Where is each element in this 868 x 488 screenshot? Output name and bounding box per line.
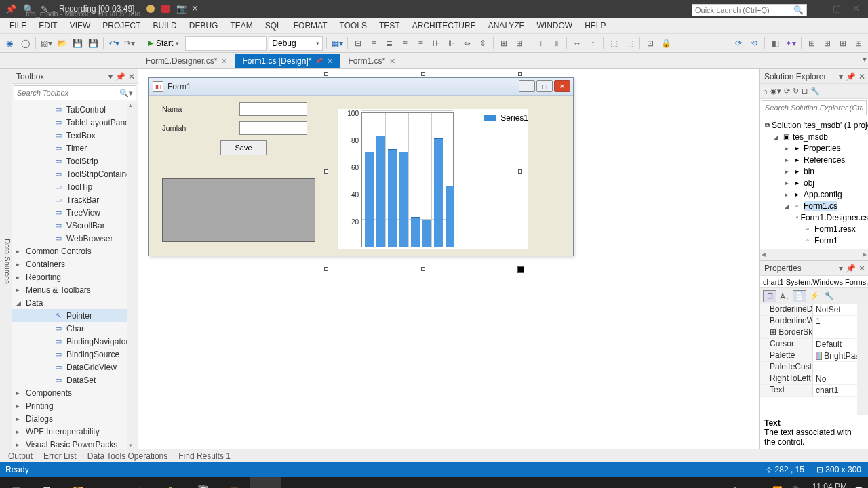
solution-node[interactable]: ◢▣tes_msdb xyxy=(760,131,868,142)
app3-icon[interactable]: 📓 xyxy=(187,477,218,488)
panel-close-icon[interactable]: ✕ xyxy=(859,72,865,81)
solution-search-input[interactable] xyxy=(765,104,863,112)
step-icon[interactable]: ⟳ xyxy=(732,37,745,50)
tab-order-icon[interactable]: ⊡ xyxy=(644,37,657,50)
solution-node[interactable]: ▸▸Properties xyxy=(760,142,868,154)
solution-node[interactable]: ▸▸App.config xyxy=(760,188,868,200)
toolbox-search-input[interactable] xyxy=(17,89,119,97)
nav-back-icon[interactable]: ◉ xyxy=(3,37,16,50)
solution-node[interactable]: ⧉Solution 'tes_msdb' (1 project) xyxy=(760,119,868,131)
save-icon[interactable]: 💾 xyxy=(71,37,84,50)
panel-dropdown-icon[interactable]: ▾ xyxy=(839,264,843,273)
toolbox-item-trackbar[interactable]: ▭TrackBar xyxy=(12,193,138,206)
solution-hscrollbar[interactable]: ◂▸ xyxy=(760,249,868,260)
lock-icon[interactable]: 🔒 xyxy=(659,37,673,50)
toolbox-item-tabcontrol[interactable]: ▭TabControl xyxy=(12,103,138,116)
form-minimize-icon[interactable]: — xyxy=(519,80,535,92)
menu-file[interactable]: FILE xyxy=(4,19,32,33)
window-minimize-icon[interactable]: — xyxy=(808,1,827,15)
sol-refresh-icon[interactable]: ↻ xyxy=(793,87,799,96)
property-row[interactable]: BorderlineDashStyleNotSet xyxy=(760,304,868,316)
align-center-icon[interactable]: ≣ xyxy=(382,37,396,50)
close-tab-icon[interactable]: ✕ xyxy=(221,57,227,66)
align-icon[interactable]: ⊟ xyxy=(351,37,365,50)
toolbox-item-vscrollbar[interactable]: ▭VScrollBar xyxy=(12,219,138,232)
sol-back-icon[interactable]: ◉▾ xyxy=(770,87,781,96)
toolbox-item-tooltip[interactable]: ▭ToolTip xyxy=(12,180,138,193)
solution-node[interactable]: ▫Form1.resx xyxy=(760,223,868,235)
align-bot-icon[interactable]: ⊪ xyxy=(445,37,458,50)
rec-stop-button[interactable] xyxy=(161,5,170,13)
solution-node[interactable]: ▸▸References xyxy=(760,154,868,165)
data-sources-tab[interactable]: Data Sources xyxy=(0,69,12,449)
app2-icon[interactable]: ✎ xyxy=(156,477,187,488)
tab-form1-cs--design--[interactable]: Form1.cs [Design]*📌✕ xyxy=(235,54,340,68)
window-restore-icon[interactable]: ◱ xyxy=(827,1,846,15)
panel-pin-icon[interactable]: 📌 xyxy=(846,264,856,273)
toolbox-item-toolstrip[interactable]: ▭ToolStrip xyxy=(12,155,138,167)
property-row[interactable]: PaletteCustomColors xyxy=(760,362,868,373)
spacing-v-icon[interactable]: ⇕ xyxy=(476,37,490,50)
props-alpha-icon[interactable]: A↓ xyxy=(778,290,791,302)
toolbox-group[interactable]: ▸Reporting xyxy=(12,270,138,283)
menu-help[interactable]: HELP xyxy=(579,19,611,33)
dbg5-icon[interactable]: ⊞ xyxy=(836,37,850,50)
menu-analyze[interactable]: ANALYZE xyxy=(483,19,530,33)
menu-test[interactable]: TEST xyxy=(374,19,406,33)
dbg2-icon[interactable]: ✦▾ xyxy=(784,37,797,50)
props-scrollbar[interactable] xyxy=(857,304,868,415)
bring-front-icon[interactable]: ⬚ xyxy=(607,37,620,50)
props-events-icon[interactable]: ⚡ xyxy=(808,290,821,302)
align-grid-icon[interactable]: ▦▾ xyxy=(330,37,344,50)
pin-icon[interactable]: 📌 xyxy=(315,58,323,64)
property-row[interactable]: PaletteBrightPastel xyxy=(760,350,868,362)
panel-dropdown-icon[interactable]: ▾ xyxy=(108,72,113,81)
bottom-tab-data-tools-operations[interactable]: Data Tools Operations xyxy=(83,450,172,462)
dbg4-icon[interactable]: ⊞ xyxy=(821,37,834,50)
rec-record-button[interactable] xyxy=(146,5,155,13)
step2-icon[interactable]: ⟲ xyxy=(747,37,761,50)
sol-home-icon[interactable]: ⌂ xyxy=(763,87,768,96)
resize-handle[interactable] xyxy=(421,267,425,271)
resize-handle[interactable] xyxy=(324,72,328,76)
center-v-icon[interactable]: ↕ xyxy=(586,37,599,50)
solution-search[interactable] xyxy=(762,100,867,115)
props-categorized-icon[interactable]: ⊞ xyxy=(763,290,776,302)
toolbox-group[interactable]: ▸Containers xyxy=(12,258,138,270)
new-project-icon[interactable]: ▧▾ xyxy=(39,37,53,50)
align-top-icon[interactable]: ≡ xyxy=(414,37,427,50)
toolbox-search[interactable]: 🔍▾ xyxy=(14,85,136,100)
quick-launch-input[interactable] xyxy=(695,6,793,14)
size2-icon[interactable]: ⊞ xyxy=(513,37,526,50)
send-back-icon[interactable]: ⬚ xyxy=(623,37,636,50)
toolbox-item-dataset[interactable]: ▭DataSet xyxy=(12,373,138,386)
xampp-icon[interactable]: ⊠ xyxy=(218,477,250,488)
panel-pin-icon[interactable]: 📌 xyxy=(846,72,856,81)
redo-icon[interactable]: ↷▾ xyxy=(123,37,136,50)
app1-icon[interactable]: ◉ xyxy=(125,477,156,488)
toolbox-group[interactable]: ▸Components xyxy=(12,386,138,399)
form-close-icon[interactable]: ✕ xyxy=(554,80,570,92)
close-tab-icon[interactable]: ✕ xyxy=(327,57,333,66)
menu-tools[interactable]: TOOLS xyxy=(334,19,372,33)
menu-window[interactable]: WINDOW xyxy=(532,19,578,33)
tabs-dropdown-icon[interactable]: ▾ xyxy=(863,54,867,64)
panel-pin-icon[interactable]: 📌 xyxy=(115,72,125,81)
media-icon[interactable]: ▶ xyxy=(94,477,125,488)
panel-dropdown-icon[interactable]: ▾ xyxy=(839,72,843,81)
resize-handle[interactable] xyxy=(421,72,425,76)
toolbox-item-chart[interactable]: ▭Chart xyxy=(12,322,138,335)
menu-team[interactable]: TEAM xyxy=(224,19,258,33)
resize-handle[interactable] xyxy=(324,267,328,271)
toolbox-item-bindingsource[interactable]: ▭BindingSource xyxy=(12,348,138,361)
menu-project[interactable]: PROJECT xyxy=(97,19,146,33)
undo-icon[interactable]: ↶▾ xyxy=(107,37,121,50)
quick-launch[interactable]: 🔍 xyxy=(692,4,807,16)
menu-build[interactable]: BUILD xyxy=(147,19,182,33)
resize-handle[interactable] xyxy=(518,72,522,76)
tab-form1-designer-cs-[interactable]: Form1.Designer.cs*✕ xyxy=(138,54,235,68)
config-combo[interactable]: Debug xyxy=(269,36,323,51)
close-tab-icon[interactable]: ✕ xyxy=(389,57,395,66)
toolbox-group[interactable]: ▸WPF Interoperability xyxy=(12,425,138,438)
align-left-icon[interactable]: ≡ xyxy=(367,37,380,50)
